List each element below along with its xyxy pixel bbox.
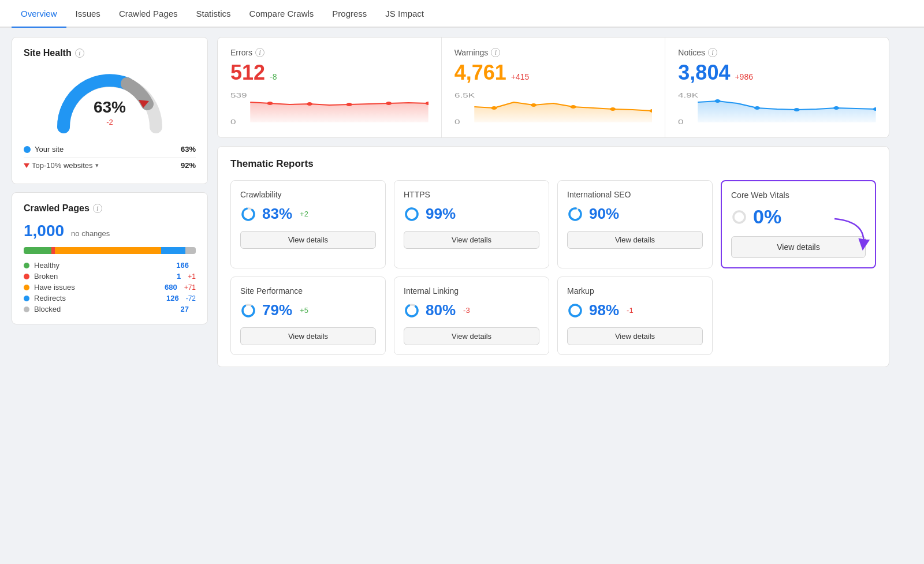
svg-text:6.5K: 6.5K bbox=[454, 92, 475, 99]
warnings-label: Warnings i bbox=[454, 48, 653, 57]
list-item: Healthy 166 bbox=[24, 261, 196, 270]
svg-point-5 bbox=[346, 103, 352, 106]
list-item: Redirects 126 -72 bbox=[24, 294, 196, 302]
nav-progress[interactable]: Progress bbox=[323, 1, 376, 27]
notices-value: 3,804 bbox=[678, 61, 730, 85]
report-card-international: International SEO 90% View details bbox=[557, 180, 713, 268]
nav-overview[interactable]: Overview bbox=[12, 1, 66, 28]
svg-point-30 bbox=[243, 305, 254, 316]
gauge-percent: 63% bbox=[94, 98, 126, 117]
crawled-status: no changes bbox=[71, 229, 110, 238]
your-site-value: 63% bbox=[181, 145, 196, 154]
internal-linking-ring-icon bbox=[404, 302, 420, 319]
report-card-internal-linking: Internal Linking 80% -3 View details bbox=[394, 277, 549, 355]
nav-issues[interactable]: Issues bbox=[66, 1, 110, 27]
top-navigation: Overview Issues Crawled Pages Statistics… bbox=[0, 0, 924, 28]
https-ring-icon bbox=[404, 206, 420, 222]
top10-value: 92% bbox=[181, 161, 196, 170]
svg-text:539: 539 bbox=[230, 92, 247, 99]
svg-point-17 bbox=[715, 99, 721, 103]
svg-point-25 bbox=[406, 208, 418, 220]
right-column: Errors i 512 -8 539 0 bbox=[217, 37, 889, 367]
site-health-card: Site Health i 63% -2 bbox=[12, 37, 208, 184]
pb-healthy bbox=[24, 247, 51, 254]
svg-text:0: 0 bbox=[678, 119, 684, 125]
performance-view-details-button[interactable]: View details bbox=[240, 327, 376, 345]
svg-point-20 bbox=[833, 106, 839, 110]
crawled-count: 1,000 bbox=[24, 222, 64, 240]
svg-point-28 bbox=[733, 211, 745, 223]
crawled-pages-title: Crawled Pages i bbox=[24, 203, 196, 214]
pb-redirects bbox=[161, 247, 185, 254]
errors-value-row: 512 -8 bbox=[230, 61, 429, 85]
svg-point-10 bbox=[491, 106, 497, 110]
nav-crawled-pages[interactable]: Crawled Pages bbox=[110, 1, 187, 27]
international-ring-icon bbox=[567, 206, 583, 222]
errors-card: Errors i 512 -8 539 0 bbox=[218, 38, 442, 137]
crawled-pages-card: Crawled Pages i 1,000 no changes Healthy… bbox=[12, 192, 208, 324]
report-card-crawlability: Crawlability 83% +2 View details bbox=[230, 180, 386, 268]
site-health-gauge: 63% -2 bbox=[24, 66, 196, 136]
nav-statistics[interactable]: Statistics bbox=[187, 1, 240, 27]
thematic-reports-section: Thematic Reports Crawlability 83% +2 Vie… bbox=[217, 146, 889, 367]
markup-view-details-button[interactable]: View details bbox=[567, 327, 703, 345]
warnings-info-icon[interactable]: i bbox=[491, 48, 500, 57]
svg-point-27 bbox=[569, 208, 581, 220]
warnings-card: Warnings i 4,761 +415 6.5K 0 bbox=[442, 38, 666, 137]
svg-text:4.9K: 4.9K bbox=[678, 92, 699, 99]
notices-sparkline: 4.9K 0 bbox=[678, 91, 876, 125]
svg-point-32 bbox=[406, 305, 418, 316]
cwv-arrow-icon bbox=[832, 216, 878, 251]
top10-chevron-icon[interactable]: ▾ bbox=[95, 162, 99, 169]
notices-value-row: 3,804 +986 bbox=[678, 61, 876, 85]
warnings-value-row: 4,761 +415 bbox=[454, 61, 653, 85]
errors-delta: -8 bbox=[270, 72, 277, 81]
metrics-row: Errors i 512 -8 539 0 bbox=[217, 37, 889, 138]
errors-info-icon[interactable]: i bbox=[255, 48, 264, 57]
internal-linking-view-details-button[interactable]: View details bbox=[404, 327, 539, 345]
top10-row: Top-10% websites ▾ 92% bbox=[24, 157, 196, 173]
site-health-legend: Your site 63% Top-10% websites ▾ 92% bbox=[24, 141, 196, 173]
https-view-details-button[interactable]: View details bbox=[404, 231, 539, 249]
top10-triangle-icon bbox=[24, 163, 29, 168]
pb-blocked bbox=[185, 247, 196, 254]
svg-point-23 bbox=[243, 208, 254, 220]
svg-point-12 bbox=[570, 105, 576, 109]
broken-dot bbox=[24, 274, 29, 279]
svg-point-3 bbox=[267, 102, 273, 105]
svg-point-11 bbox=[531, 103, 536, 107]
international-view-details-button[interactable]: View details bbox=[567, 231, 703, 249]
gauge-center: 63% -2 bbox=[94, 98, 126, 126]
list-item: Broken 1 +1 bbox=[24, 272, 196, 281]
site-health-info-icon[interactable]: i bbox=[75, 48, 84, 58]
svg-point-18 bbox=[754, 106, 760, 110]
crawled-pages-info-icon[interactable]: i bbox=[93, 204, 102, 213]
nav-js-impact[interactable]: JS Impact bbox=[376, 1, 433, 27]
markup-ring-icon bbox=[567, 302, 583, 319]
svg-point-4 bbox=[307, 102, 312, 106]
crawled-count-row: 1,000 no changes bbox=[24, 222, 196, 240]
warnings-sparkline: 6.5K 0 bbox=[454, 91, 653, 125]
errors-sparkline: 539 0 bbox=[230, 91, 429, 125]
left-column: Site Health i 63% -2 bbox=[12, 37, 208, 367]
site-health-title: Site Health i bbox=[24, 48, 196, 58]
svg-point-6 bbox=[386, 102, 392, 105]
errors-label: Errors i bbox=[230, 48, 429, 57]
your-site-label: Your site bbox=[35, 145, 64, 154]
gauge-change: -2 bbox=[94, 118, 126, 126]
report-card-https: HTTPS 99% View details bbox=[394, 180, 549, 268]
errors-value: 512 bbox=[230, 61, 265, 85]
healthy-dot bbox=[24, 263, 29, 268]
crawlability-ring-icon bbox=[240, 206, 256, 222]
svg-text:0: 0 bbox=[230, 119, 236, 125]
crawlability-view-details-button[interactable]: View details bbox=[240, 231, 376, 249]
svg-text:0: 0 bbox=[454, 119, 460, 125]
svg-point-13 bbox=[610, 107, 616, 111]
issues-dot bbox=[24, 285, 29, 290]
cwv-ring-icon bbox=[731, 209, 747, 225]
top10-label[interactable]: Top-10% websites bbox=[32, 161, 93, 170]
notices-info-icon[interactable]: i bbox=[708, 48, 717, 57]
performance-ring-icon bbox=[240, 302, 256, 319]
nav-compare-crawls[interactable]: Compare Crawls bbox=[240, 1, 323, 27]
blocked-dot bbox=[24, 307, 29, 312]
